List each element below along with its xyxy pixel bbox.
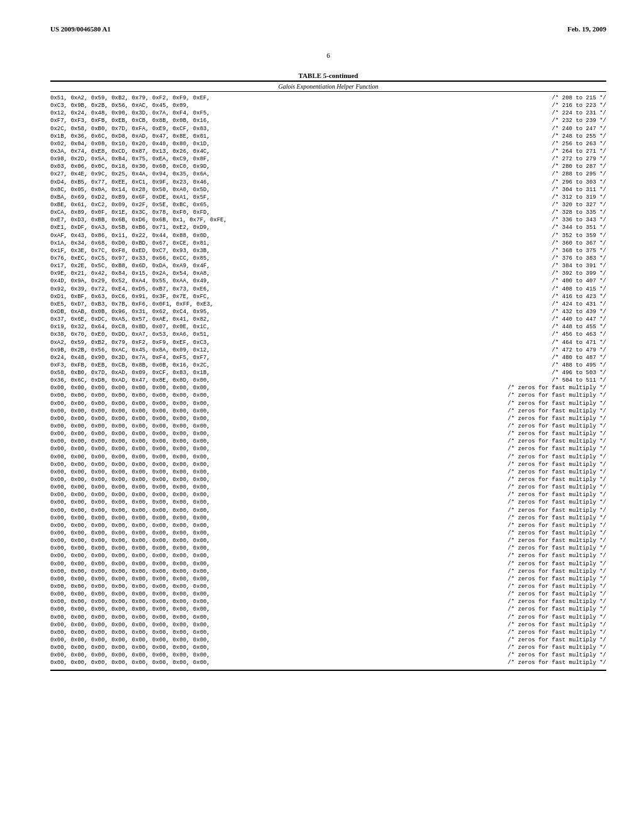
table-row: 0x00, 0x00, 0x00, 0x00, 0x00, 0x00, 0x00… bbox=[50, 491, 606, 499]
table-row: 0x36, 0x6C, 0xD8, 0xAD, 0x47, 0x8E, 0x0D… bbox=[50, 377, 606, 384]
code-value: 0x38, 0x70, 0xE0, 0xDD, 0xA7, 0x53, 0xA6… bbox=[50, 331, 546, 338]
code-value: 0x00, 0x00, 0x00, 0x00, 0x00, 0x00, 0x00… bbox=[50, 499, 501, 506]
table-row: 0x00, 0x00, 0x00, 0x00, 0x00, 0x00, 0x00… bbox=[50, 392, 606, 399]
code-value: 0x00, 0x00, 0x00, 0x00, 0x00, 0x00, 0x00… bbox=[50, 614, 501, 621]
code-comment: /* zeros for fast multiply */ bbox=[501, 614, 606, 621]
code-value: 0x00, 0x00, 0x00, 0x00, 0x00, 0x00, 0x00… bbox=[50, 590, 501, 598]
table-row: 0x27, 0x4E, 0x9C, 0x25, 0x4A, 0x94, 0x35… bbox=[50, 170, 606, 178]
table-row: 0x00, 0x00, 0x00, 0x00, 0x00, 0x00, 0x00… bbox=[50, 407, 606, 415]
code-value: 0x00, 0x00, 0x00, 0x00, 0x00, 0x00, 0x00… bbox=[50, 568, 501, 575]
code-value: 0x00, 0x00, 0x00, 0x00, 0x00, 0x00, 0x00… bbox=[50, 598, 501, 606]
table-row: 0x12, 0x24, 0x48, 0x90, 0x3D, 0x7A, 0xF4… bbox=[50, 109, 606, 117]
code-comment: /* zeros for fast multiply */ bbox=[501, 568, 606, 575]
table-row: 0x4D, 0x9A, 0x29, 0x52, 0xA4, 0x55, 0xAA… bbox=[50, 277, 606, 285]
code-value: 0x98, 0x2D, 0x5A, 0xB4, 0x75, 0xEA, 0xC9… bbox=[50, 155, 546, 163]
code-value: 0x00, 0x00, 0x00, 0x00, 0x00, 0x00, 0x00… bbox=[50, 552, 501, 560]
code-value: 0x2C, 0x58, 0xB0, 0x7D, 0xFA, 0xE9, 0xCF… bbox=[50, 125, 546, 133]
table-container: TABLE 5-continued Galois Exponentiation … bbox=[50, 72, 606, 671]
code-value: 0x00, 0x00, 0x00, 0x00, 0x00, 0x00, 0x00… bbox=[50, 415, 501, 423]
table-row: 0x00, 0x00, 0x00, 0x00, 0x00, 0x00, 0x00… bbox=[50, 636, 606, 644]
table-row: 0x00, 0x00, 0x00, 0x00, 0x00, 0x00, 0x00… bbox=[50, 583, 606, 590]
table-row: 0x00, 0x00, 0x00, 0x00, 0x00, 0x00, 0x00… bbox=[50, 476, 606, 484]
code-value: 0x03, 0x06, 0x0C, 0x18, 0x30, 0x60, 0xC0… bbox=[50, 163, 546, 170]
code-value: 0x58, 0xB0, 0x7D, 0xAD, 0x09, 0xCF, 0x83… bbox=[50, 369, 546, 377]
code-value: 0x00, 0x00, 0x00, 0x00, 0x00, 0x00, 0x00… bbox=[50, 514, 501, 522]
code-comment: /* 384 to 391 */ bbox=[546, 262, 606, 270]
table-row: 0x98, 0x2D, 0x5A, 0xB4, 0x75, 0xEA, 0xC9… bbox=[50, 155, 606, 163]
code-comment: /* zeros for fast multiply */ bbox=[501, 484, 606, 491]
code-comment: /* zeros for fast multiply */ bbox=[501, 499, 606, 506]
code-comment: /* 456 to 463 */ bbox=[546, 331, 606, 338]
table-row: 0x92, 0x39, 0x72, 0xE4, 0xD5, 0xB7, 0x73… bbox=[50, 285, 606, 293]
table-row: 0x3A, 0x74, 0xE8, 0xCD, 0x87, 0x13, 0x26… bbox=[50, 148, 606, 155]
table-row: 0x00, 0x00, 0x00, 0x00, 0x00, 0x00, 0x00… bbox=[50, 621, 606, 629]
table-row: 0x00, 0x00, 0x00, 0x00, 0x00, 0x00, 0x00… bbox=[50, 522, 606, 529]
code-comment: /* 232 to 239 */ bbox=[546, 117, 606, 124]
code-value: 0x00, 0x00, 0x00, 0x00, 0x00, 0x00, 0x00… bbox=[50, 636, 501, 644]
code-comment: /* 208 to 215 */ bbox=[546, 94, 606, 102]
code-comment: /* 280 to 287 */ bbox=[546, 163, 606, 170]
code-comment: /* zeros for fast multiply */ bbox=[501, 491, 606, 499]
table-row: 0xAF, 0x43, 0x86, 0x11, 0x22, 0x44, 0x88… bbox=[50, 232, 606, 240]
table-row: 0x9B, 0x2B, 0x56, 0xAC, 0x45, 0x8A, 0x09… bbox=[50, 346, 606, 354]
table-row: 0x17, 0x2E, 0x5C, 0xB8, 0x6D, 0xDA, 0xA9… bbox=[50, 262, 606, 270]
code-value: 0x00, 0x00, 0x00, 0x00, 0x00, 0x00, 0x00… bbox=[50, 529, 501, 537]
page-header: US 2009/0046580 A1 Feb. 19, 2009 bbox=[50, 25, 606, 33]
code-comment: /* 328 to 335 */ bbox=[546, 209, 606, 216]
code-comment: /* zeros for fast multiply */ bbox=[501, 392, 606, 399]
code-value: 0x00, 0x00, 0x00, 0x00, 0x00, 0x00, 0x00… bbox=[50, 438, 501, 445]
code-comment: /* 312 to 319 */ bbox=[546, 194, 606, 201]
table-row: 0x00, 0x00, 0x00, 0x00, 0x00, 0x00, 0x00… bbox=[50, 499, 606, 506]
table-row: 0x8C, 0x05, 0x0A, 0x14, 0x28, 0x50, 0xA0… bbox=[50, 186, 606, 194]
code-value: 0xD4, 0xB5, 0x77, 0xEE, 0xC1, 0x9F, 0x23… bbox=[50, 179, 546, 186]
code-comment: /* 408 to 415 */ bbox=[546, 285, 606, 293]
table-row: 0x00, 0x00, 0x00, 0x00, 0x00, 0x00, 0x00… bbox=[50, 461, 606, 468]
table-row: 0x1F, 0x3E, 0x7C, 0xF8, 0xED, 0xC7, 0x93… bbox=[50, 247, 606, 255]
table-row: 0x38, 0x70, 0xE0, 0xDD, 0xA7, 0x53, 0xA6… bbox=[50, 331, 606, 338]
code-value: 0x00, 0x00, 0x00, 0x00, 0x00, 0x00, 0x00… bbox=[50, 575, 501, 583]
table-row: 0x19, 0x32, 0x64, 0xC8, 0x8D, 0x07, 0x0E… bbox=[50, 323, 606, 331]
table-row: 0x00, 0x00, 0x00, 0x00, 0x00, 0x00, 0x00… bbox=[50, 423, 606, 430]
table-row: 0x00, 0x00, 0x00, 0x00, 0x00, 0x00, 0x00… bbox=[50, 545, 606, 552]
table-row: 0x00, 0x00, 0x00, 0x00, 0x00, 0x00, 0x00… bbox=[50, 514, 606, 522]
table-row: 0xBE, 0x61, 0xC2, 0x09, 0x2F, 0x5E, 0xBC… bbox=[50, 201, 606, 209]
code-comment: /* zeros for fast multiply */ bbox=[501, 522, 606, 529]
table-row: 0x00, 0x00, 0x00, 0x00, 0x00, 0x00, 0x00… bbox=[50, 453, 606, 461]
table-row: 0x00, 0x00, 0x00, 0x00, 0x00, 0x00, 0x00… bbox=[50, 445, 606, 453]
code-value: 0x00, 0x00, 0x00, 0x00, 0x00, 0x00, 0x00… bbox=[50, 606, 501, 613]
code-comment: /* 264 to 271 */ bbox=[546, 148, 606, 155]
table-row: 0xF7, 0xF3, 0xFB, 0xEB, 0xCB, 0x8B, 0x0B… bbox=[50, 117, 606, 124]
table-row: 0x00, 0x00, 0x00, 0x00, 0x00, 0x00, 0x00… bbox=[50, 651, 606, 659]
code-comment: /* zeros for fast multiply */ bbox=[501, 529, 606, 537]
code-value: 0x00, 0x00, 0x00, 0x00, 0x00, 0x00, 0x00… bbox=[50, 491, 501, 499]
page-number: 6 bbox=[50, 52, 606, 59]
code-comment: /* 248 to 255 */ bbox=[546, 133, 606, 140]
code-value: 0x92, 0x39, 0x72, 0xE4, 0xD5, 0xB7, 0x73… bbox=[50, 285, 546, 293]
code-comment: /* zeros for fast multiply */ bbox=[501, 461, 606, 468]
table-row: 0x1A, 0x34, 0x68, 0xD0, 0xBD, 0x67, 0xCE… bbox=[50, 240, 606, 247]
code-value: 0x1B, 0x36, 0x6C, 0xD8, 0xAD, 0x47, 0x8E… bbox=[50, 133, 546, 140]
table-row: 0x00, 0x00, 0x00, 0x00, 0x00, 0x00, 0x00… bbox=[50, 629, 606, 636]
code-comment: /* zeros for fast multiply */ bbox=[501, 407, 606, 415]
table-row: 0x00, 0x00, 0x00, 0x00, 0x00, 0x00, 0x00… bbox=[50, 590, 606, 598]
code-comment: /* zeros for fast multiply */ bbox=[501, 507, 606, 514]
code-comment: /* zeros for fast multiply */ bbox=[501, 575, 606, 583]
code-comment: /* 352 to 359 */ bbox=[546, 232, 606, 240]
code-value: 0x00, 0x00, 0x00, 0x00, 0x00, 0x00, 0x00… bbox=[50, 507, 501, 514]
code-value: 0xBA, 0x69, 0xD2, 0xB9, 0x6F, 0xDE, 0xA1… bbox=[50, 194, 546, 201]
code-comment: /* zeros for fast multiply */ bbox=[501, 621, 606, 629]
code-comment: /* 432 to 439 */ bbox=[546, 308, 606, 316]
table-row: 0x00, 0x00, 0x00, 0x00, 0x00, 0x00, 0x00… bbox=[50, 529, 606, 537]
code-comment: /* 216 to 223 */ bbox=[546, 102, 606, 109]
code-value: 0x3A, 0x74, 0xE8, 0xCD, 0x87, 0x13, 0x26… bbox=[50, 148, 546, 155]
code-comment: /* 224 to 231 */ bbox=[546, 109, 606, 117]
code-comment: /* zeros for fast multiply */ bbox=[501, 476, 606, 484]
code-comment: /* zeros for fast multiply */ bbox=[501, 400, 606, 407]
code-value: 0x00, 0x00, 0x00, 0x00, 0x00, 0x00, 0x00… bbox=[50, 537, 501, 545]
table-row: 0x02, 0x04, 0x08, 0x10, 0x20, 0x40, 0x80… bbox=[50, 140, 606, 148]
code-comment: /* 336 to 343 */ bbox=[546, 216, 606, 224]
code-value: 0x00, 0x00, 0x00, 0x00, 0x00, 0x00, 0x00… bbox=[50, 461, 501, 468]
code-value: 0x00, 0x00, 0x00, 0x00, 0x00, 0x00, 0x00… bbox=[50, 545, 501, 552]
table-row: 0x03, 0x06, 0x0C, 0x18, 0x30, 0x60, 0xC0… bbox=[50, 163, 606, 170]
table-row: 0xDB, 0xAB, 0x0B, 0x96, 0x31, 0x62, 0xC4… bbox=[50, 308, 606, 316]
